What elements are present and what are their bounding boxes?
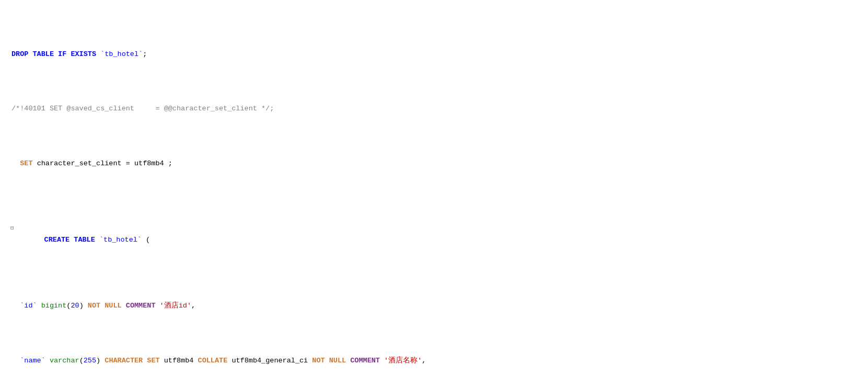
line-4: ⊟ CREATE TABLE `tb_hotel` ( <box>9 213 858 257</box>
line-3: SET character_set_client = utf8mb4 ; <box>9 158 858 169</box>
code-container: DROP TABLE IF EXISTS `tb_hotel`; /*!4010… <box>0 0 868 387</box>
line-5: `id` bigint(20) NOT NULL COMMENT '酒店id', <box>9 301 858 312</box>
line-6: `name` varchar(255) CHARACTER SET utf8mb… <box>9 356 858 367</box>
line-1: DROP TABLE IF EXISTS `tb_hotel`; <box>9 49 858 60</box>
collapse-icon[interactable]: ⊟ <box>10 224 14 233</box>
code-block: DROP TABLE IF EXISTS `tb_hotel`; /*!4010… <box>0 5 868 387</box>
line-2: /*!40101 SET @saved_cs_client = @@charac… <box>9 104 858 115</box>
